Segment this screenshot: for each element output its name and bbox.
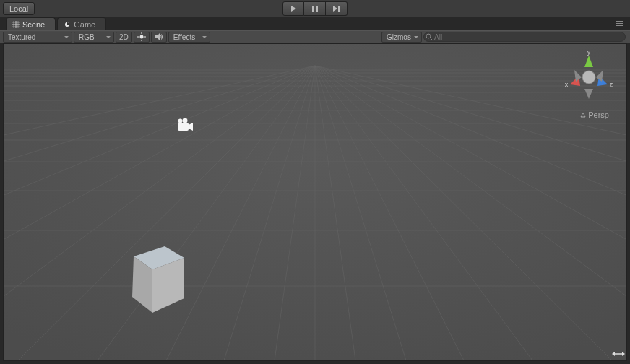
projection-icon <box>579 111 587 118</box>
svg-line-22 <box>144 34 144 35</box>
pivot-mode-button[interactable]: Local <box>3 2 35 15</box>
view-2d-toggle[interactable]: 2D <box>116 32 132 43</box>
svg-line-26 <box>430 38 432 40</box>
axis-x-label: x <box>565 81 569 88</box>
tab-bar: Scene Game <box>0 17 630 30</box>
resize-handle-icon[interactable] <box>612 349 625 359</box>
svg-marker-83 <box>612 352 615 356</box>
tab-game[interactable]: Game <box>57 17 106 30</box>
svg-marker-0 <box>291 6 296 12</box>
scene-icon <box>12 21 20 28</box>
svg-marker-24 <box>155 33 160 40</box>
axis-y-label: y <box>587 48 591 56</box>
camera-gizmo-icon <box>173 118 194 134</box>
game-icon <box>64 21 71 28</box>
tab-options-button[interactable] <box>616 20 626 26</box>
draw-mode-dropdown[interactable]: Textured <box>3 32 72 43</box>
svg-point-15 <box>139 35 143 39</box>
search-icon <box>426 33 433 40</box>
scene-grid <box>4 44 626 360</box>
top-bar: Local <box>0 0 630 17</box>
svg-point-65 <box>178 119 183 124</box>
audio-icon <box>155 32 163 41</box>
axis-z-label: z <box>610 81 613 88</box>
svg-marker-73 <box>584 56 593 67</box>
tab-options-icon <box>616 20 626 26</box>
svg-marker-76 <box>584 89 593 99</box>
search-area: Gizmos <box>381 32 626 43</box>
search-input[interactable] <box>423 32 626 42</box>
scene-viewport[interactable]: y x z Persp <box>3 43 627 361</box>
tab-scene[interactable]: Scene <box>6 17 56 30</box>
svg-rect-14 <box>616 25 623 26</box>
effects-label: Effects <box>173 33 195 41</box>
svg-line-20 <box>139 34 139 35</box>
play-icon <box>290 5 297 12</box>
sun-icon <box>137 32 146 41</box>
cube-object <box>126 240 191 316</box>
svg-line-80 <box>583 113 585 117</box>
play-controls <box>282 1 348 16</box>
step-button[interactable] <box>326 1 348 16</box>
svg-rect-13 <box>616 23 623 24</box>
tab-scene-label: Scene <box>22 20 45 29</box>
draw-mode-label: Textured <box>8 33 35 41</box>
gizmos-label: Gizmos <box>387 33 411 41</box>
render-mode-label: RGB <box>79 33 95 41</box>
svg-line-21 <box>144 39 144 40</box>
svg-marker-84 <box>622 352 625 356</box>
projection-toggle[interactable]: Persp <box>579 110 609 119</box>
pause-button[interactable] <box>304 1 326 16</box>
gizmos-dropdown[interactable]: Gizmos <box>381 32 422 43</box>
svg-point-66 <box>183 118 188 124</box>
svg-rect-1 <box>312 6 314 12</box>
lighting-toggle[interactable] <box>134 32 150 43</box>
view-2d-label: 2D <box>119 33 129 41</box>
effects-dropdown[interactable]: Effects <box>168 32 210 43</box>
pivot-mode-label: Local <box>9 4 28 13</box>
tab-game-label: Game <box>74 20 95 29</box>
svg-line-79 <box>581 113 583 117</box>
svg-rect-4 <box>338 6 340 12</box>
svg-rect-64 <box>178 123 189 131</box>
scene-toolbar: Textured RGB 2D Effects Gizmos <box>0 30 630 43</box>
svg-line-23 <box>139 39 139 40</box>
svg-marker-3 <box>333 6 337 12</box>
render-mode-dropdown[interactable]: RGB <box>74 32 114 43</box>
svg-marker-67 <box>189 123 193 131</box>
projection-label: Persp <box>588 110 609 119</box>
orientation-gizmo[interactable]: y x z <box>560 48 618 106</box>
step-icon <box>332 5 341 12</box>
pause-icon <box>311 5 319 12</box>
audio-toggle[interactable] <box>151 32 167 43</box>
svg-rect-12 <box>616 21 623 22</box>
svg-rect-2 <box>316 6 318 12</box>
play-button[interactable] <box>282 1 304 16</box>
